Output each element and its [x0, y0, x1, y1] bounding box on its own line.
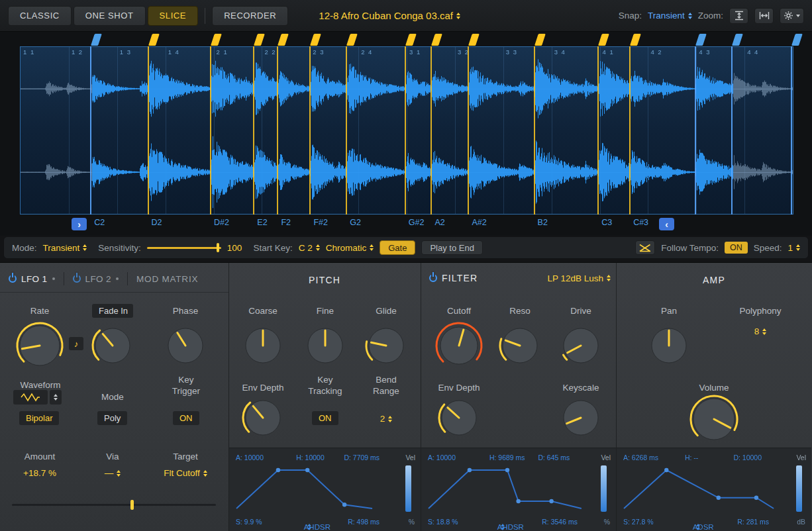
pitch-env-sustain-value[interactable]: S: 9.9 % [236, 518, 262, 526]
lfo-key-trigger-toggle[interactable]: ON [173, 411, 199, 425]
lfo-fade-in-knob[interactable] [89, 322, 136, 369]
slice-flag[interactable] [254, 34, 265, 46]
amp-envelope-graph[interactable] [622, 465, 784, 512]
filter-envelope-curve[interactable] [427, 465, 588, 512]
slice-flag[interactable] [91, 34, 102, 46]
pitch-env-decay-value[interactable]: D: 7709 ms [344, 454, 380, 461]
lfo-via-selector[interactable]: — [83, 468, 142, 478]
envelope-node[interactable] [276, 468, 280, 472]
envelope-node[interactable] [342, 503, 346, 507]
amp-env-release-value[interactable]: R: 281 ms [737, 518, 769, 526]
lfo-amount-value[interactable]: +18.7 % [10, 468, 70, 478]
envelope-node[interactable] [468, 468, 472, 472]
pitch-env-depth-knob[interactable] [239, 394, 287, 442]
mode-tab-one-shot[interactable]: ONE SHOT [74, 6, 146, 26]
slice-marker-line[interactable] [534, 46, 535, 215]
slice-flag[interactable] [405, 34, 417, 46]
slice-flag[interactable] [695, 34, 707, 46]
filter-envelope-graph[interactable] [427, 465, 588, 512]
amp-env-hold-value[interactable]: H: -- [685, 454, 698, 461]
slice-marker-line[interactable] [405, 46, 406, 215]
mode-tab-classic[interactable]: CLASSIC [8, 6, 72, 26]
filter-env-hold-value[interactable]: H: 9689 ms [489, 454, 525, 461]
slice-flag[interactable] [211, 34, 222, 46]
zoom-horizontal-button[interactable] [754, 8, 774, 24]
slice-mode-selector[interactable]: Transient [43, 243, 87, 253]
envelope-node[interactable] [754, 496, 758, 500]
slice-flag[interactable] [278, 34, 289, 46]
lfo-waveform-selector[interactable] [13, 390, 48, 405]
filter-env-sustain-value[interactable]: S: 18.8 % [428, 518, 458, 526]
lfo-amount-handle[interactable] [130, 500, 134, 510]
amp-env-decay-value[interactable]: D: 10000 [733, 454, 762, 461]
lfo-amount-slider[interactable] [12, 500, 216, 510]
slice-marker-line[interactable] [90, 46, 91, 215]
slice-flag[interactable] [732, 34, 743, 46]
slice-flag[interactable] [346, 34, 358, 46]
slice-flag[interactable] [148, 34, 160, 46]
filter-drive-knob[interactable] [557, 322, 605, 369]
lfo-fade-mode-button[interactable]: Fade In [92, 304, 133, 318]
pitch-envelope-curve[interactable] [234, 465, 393, 512]
bend-range-selector[interactable]: 2 [371, 414, 401, 424]
scroll-left-button[interactable]: › [72, 218, 87, 230]
slice-flag[interactable] [791, 34, 803, 46]
filter-type-selector[interactable]: LP 12dB Lush [547, 273, 611, 283]
mode-tab-recorder[interactable]: RECORDER [212, 6, 288, 26]
envelope-node[interactable] [516, 499, 520, 503]
tab-lfo2[interactable]: LFO 2 [64, 269, 128, 288]
slice-flag[interactable] [431, 34, 442, 46]
sensitivity-handle[interactable] [217, 243, 219, 252]
lfo-rate-knob[interactable] [13, 319, 66, 372]
slice-flag[interactable] [534, 34, 546, 46]
lfo-target-selector[interactable]: Flt Cutoff [156, 468, 215, 478]
amp-envelope-curve[interactable] [622, 465, 784, 512]
slice-marker-line[interactable] [210, 46, 211, 215]
slice-marker-line[interactable] [309, 46, 311, 215]
slice-flag[interactable] [630, 34, 641, 46]
speed-selector[interactable]: 1 [787, 243, 800, 253]
slice-marker-line[interactable] [346, 46, 347, 215]
tab-lfo1[interactable]: LFO 1 [0, 269, 64, 288]
start-key-selector[interactable]: C 2 [299, 243, 320, 253]
amp-volume-knob[interactable] [687, 392, 741, 446]
envelope-node[interactable] [505, 468, 509, 472]
mapping-selector[interactable]: Chromatic [326, 243, 374, 253]
amp-velocity-slider[interactable] [796, 465, 802, 512]
pitch-coarse-knob[interactable] [239, 322, 287, 369]
slice-marker-line[interactable] [253, 46, 254, 215]
sensitivity-slider[interactable] [147, 243, 221, 252]
filter-reso-knob[interactable] [496, 322, 544, 369]
filter-velocity-slider[interactable] [601, 465, 607, 512]
pitch-velocity-slider[interactable] [405, 465, 411, 512]
play-to-end-button[interactable]: Play to End [421, 240, 483, 255]
slice-marker-line[interactable] [791, 46, 792, 215]
zoom-vertical-button[interactable] [729, 8, 748, 24]
amp-env-sustain-value[interactable]: S: 27.8 % [623, 518, 654, 526]
filter-cutoff-knob[interactable] [434, 320, 484, 371]
slice-flag[interactable] [310, 34, 321, 46]
lfo-mode-selector[interactable]: Poly [97, 411, 127, 425]
slice-marker-line[interactable] [148, 46, 149, 215]
settings-button[interactable] [780, 8, 804, 24]
sample-name-selector[interactable]: 12-8 Afro Cuban Conga 03.caf [319, 10, 460, 21]
filter-keyscale-knob[interactable] [557, 394, 605, 442]
slice-marker-line[interactable] [731, 46, 733, 215]
pitch-env-release-value[interactable]: R: 498 ms [348, 518, 380, 526]
slice-marker-line[interactable] [277, 46, 278, 215]
envelope-node[interactable] [664, 468, 668, 472]
follow-tempo-toggle[interactable]: ON [725, 242, 748, 254]
slice-flag[interactable] [468, 34, 480, 46]
amp-pan-knob[interactable] [645, 322, 693, 369]
envelope-node[interactable] [305, 468, 309, 472]
mode-tab-slice[interactable]: SLICE [148, 6, 199, 26]
filter-power-button[interactable] [429, 274, 437, 282]
slice-flag[interactable] [598, 34, 609, 46]
amp-env-attack-value[interactable]: A: 6268 ms [623, 454, 658, 461]
snap-selector[interactable]: Transient [648, 11, 692, 21]
slice-marker-line[interactable] [695, 46, 696, 215]
lfo-phase-knob[interactable] [162, 322, 209, 369]
scroll-right-button[interactable]: ‹ [659, 218, 674, 230]
slice-marker-line[interactable] [431, 46, 432, 215]
pitch-env-hold-value[interactable]: H: 10000 [296, 454, 325, 461]
